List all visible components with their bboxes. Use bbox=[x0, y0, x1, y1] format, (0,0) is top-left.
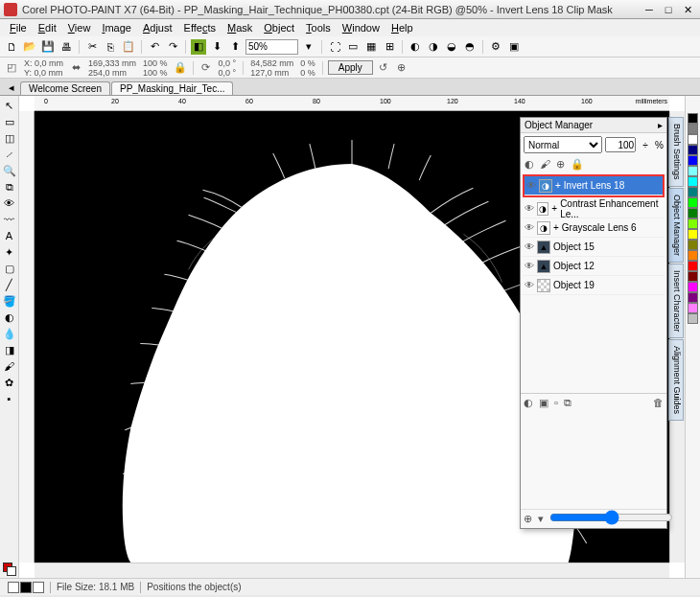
status-swatch-fill[interactable] bbox=[33, 582, 44, 593]
palette-swatch[interactable] bbox=[688, 271, 698, 282]
visibility-toggle-icon[interactable]: 👁 bbox=[525, 261, 534, 271]
layer-name[interactable]: Object 12 bbox=[553, 261, 595, 271]
height[interactable]: 254,0 mm bbox=[88, 68, 136, 78]
clip-mask-plus-icon[interactable]: + bbox=[551, 203, 557, 214]
layer-row[interactable]: 👁 ▲ Object 15 bbox=[523, 238, 665, 257]
rectangle-tool[interactable]: ▢ bbox=[2, 261, 17, 276]
color-indicator[interactable] bbox=[3, 563, 16, 576]
launcher-icon[interactable]: ◧ bbox=[191, 39, 206, 55]
palette-swatch[interactable] bbox=[688, 134, 698, 145]
pos-x[interactable]: X: 0,0 mm bbox=[24, 58, 63, 68]
palette-swatch[interactable] bbox=[688, 282, 698, 292]
palette-swatch[interactable] bbox=[688, 187, 698, 197]
vertical-ruler[interactable] bbox=[19, 111, 35, 563]
new-mask-icon[interactable]: ▣ bbox=[539, 397, 548, 409]
remove-mask-icon[interactable]: ◓ bbox=[462, 39, 478, 55]
width[interactable]: 169,333 mm bbox=[88, 58, 136, 68]
new-group-icon[interactable]: ⊕ bbox=[524, 513, 532, 525]
open-icon[interactable]: 📂 bbox=[22, 39, 37, 55]
merge-mode-select[interactable]: Normal bbox=[524, 136, 602, 153]
layer-row[interactable]: 👁 ◑ + Grayscale Lens 6 bbox=[523, 218, 665, 238]
eraser-tool[interactable]: ◨ bbox=[2, 342, 17, 357]
opacity-spinner[interactable]: ÷ bbox=[639, 140, 652, 150]
eyedropper-tool[interactable]: 💧 bbox=[2, 326, 17, 341]
menu-object[interactable]: Object bbox=[258, 22, 300, 34]
rulers-icon[interactable]: ▭ bbox=[345, 39, 361, 55]
app-launcher-icon[interactable]: ▣ bbox=[506, 39, 522, 55]
thumbnail-size-slider[interactable] bbox=[549, 513, 673, 522]
palette-swatch[interactable] bbox=[688, 145, 698, 155]
guides-icon[interactable]: ⊞ bbox=[382, 39, 397, 55]
visibility-toggle-icon[interactable]: 👁 bbox=[526, 180, 536, 191]
palette-swatch[interactable] bbox=[688, 124, 698, 134]
skew-x[interactable]: 0 % bbox=[300, 58, 315, 68]
effect-tool[interactable]: ✦ bbox=[2, 244, 17, 260]
options-icon[interactable]: ⚙ bbox=[488, 39, 503, 55]
angle1[interactable]: 0,0 ° bbox=[219, 58, 237, 68]
vtab-brush-settings[interactable]: Brush Settings bbox=[668, 117, 684, 187]
scale-x[interactable]: 100 % bbox=[143, 58, 168, 68]
palette-swatch[interactable] bbox=[688, 208, 698, 218]
zoom-tool[interactable]: 🔍 bbox=[2, 163, 17, 178]
angle2[interactable]: 0,0 ° bbox=[219, 68, 237, 78]
visibility-toggle-icon[interactable]: 👁 bbox=[525, 241, 534, 252]
layer-row[interactable]: 👁 Object 19 bbox=[523, 276, 665, 295]
layer-row[interactable]: 👁 ▲ Object 12 bbox=[523, 257, 665, 276]
docker-collapse-icon[interactable]: ▸ bbox=[658, 120, 663, 130]
menu-edit[interactable]: Edit bbox=[33, 22, 62, 34]
center-y[interactable]: 127,0 mm bbox=[250, 68, 293, 78]
lock-pixels-icon[interactable]: 🖌 bbox=[540, 158, 550, 171]
redo-icon[interactable]: ↷ bbox=[165, 39, 180, 55]
clip-mask-plus-icon[interactable]: + bbox=[553, 222, 559, 233]
combine-icon[interactable]: ⧉ bbox=[564, 397, 572, 409]
palette-swatch[interactable] bbox=[688, 313, 698, 324]
skew-y[interactable]: 0 % bbox=[300, 68, 315, 78]
center-x[interactable]: 84,582 mm bbox=[250, 58, 293, 68]
fill-tool[interactable]: 🪣 bbox=[2, 293, 17, 309]
image-sprayer-tool[interactable]: ✿ bbox=[2, 375, 17, 390]
palette-swatch[interactable] bbox=[688, 240, 698, 250]
redeye-tool[interactable]: 👁 bbox=[2, 195, 17, 211]
lock-position-icon[interactable]: ⊕ bbox=[556, 158, 565, 171]
layer-row[interactable]: 👁 ◑ + Invert Lens 18 bbox=[525, 176, 663, 195]
status-swatch-paint[interactable] bbox=[20, 582, 32, 593]
zoom-level-combo[interactable] bbox=[245, 39, 298, 55]
layer-row[interactable]: 👁 ◑ + Contrast Enhancement Le... bbox=[523, 199, 665, 218]
menu-adjust[interactable]: Adjust bbox=[137, 22, 178, 34]
menu-window[interactable]: Window bbox=[337, 22, 385, 34]
lock-all-icon[interactable]: 🔒 bbox=[571, 158, 584, 171]
fullscreen-icon[interactable]: ⛶ bbox=[327, 39, 342, 55]
minimize-button[interactable]: ─ bbox=[641, 2, 658, 17]
horizontal-scrollbar[interactable] bbox=[35, 563, 669, 578]
crop-tool[interactable]: ⟋ bbox=[2, 147, 17, 162]
more-options-icon[interactable]: ⊕ bbox=[394, 60, 409, 76]
new-object-icon[interactable]: ▫ bbox=[554, 397, 558, 409]
status-swatch-paper[interactable] bbox=[8, 582, 19, 593]
palette-swatch[interactable] bbox=[688, 261, 698, 271]
export-icon[interactable]: ⬆ bbox=[227, 39, 243, 55]
layer-name[interactable]: Object 15 bbox=[553, 241, 595, 252]
import-icon[interactable]: ⬇ bbox=[209, 39, 224, 55]
new-icon[interactable]: 🗋 bbox=[4, 39, 19, 55]
background-color[interactable] bbox=[7, 566, 16, 576]
apply-button[interactable]: Apply bbox=[328, 60, 373, 75]
visibility-toggle-icon[interactable]: 👁 bbox=[525, 280, 534, 290]
layer-name[interactable]: Grayscale Lens 6 bbox=[562, 222, 637, 233]
options-icon[interactable]: ▾ bbox=[538, 513, 544, 525]
menu-view[interactable]: View bbox=[62, 22, 97, 34]
menu-effects[interactable]: Effects bbox=[178, 22, 222, 34]
vtab-alignment-guides[interactable]: Alignment Guides bbox=[668, 339, 684, 421]
menu-image[interactable]: Image bbox=[96, 22, 137, 34]
tab-welcome[interactable]: Welcome Screen bbox=[20, 81, 110, 95]
new-lens-icon[interactable]: ◐ bbox=[524, 397, 533, 409]
palette-swatch[interactable] bbox=[688, 197, 698, 208]
lock-ratio-icon[interactable]: 🔒 bbox=[173, 60, 188, 76]
tab-document[interactable]: PP_Masking_Hair_Tec... bbox=[111, 81, 234, 95]
close-button[interactable]: ✕ bbox=[679, 2, 696, 17]
maximize-button[interactable]: □ bbox=[660, 2, 677, 17]
paste-icon[interactable]: 📋 bbox=[121, 39, 136, 55]
palette-swatch[interactable] bbox=[688, 303, 698, 313]
mask-overlay-icon[interactable]: ◐ bbox=[408, 39, 423, 55]
mask-rect-tool[interactable]: ▭ bbox=[2, 114, 17, 129]
palette-swatch[interactable] bbox=[688, 113, 698, 124]
